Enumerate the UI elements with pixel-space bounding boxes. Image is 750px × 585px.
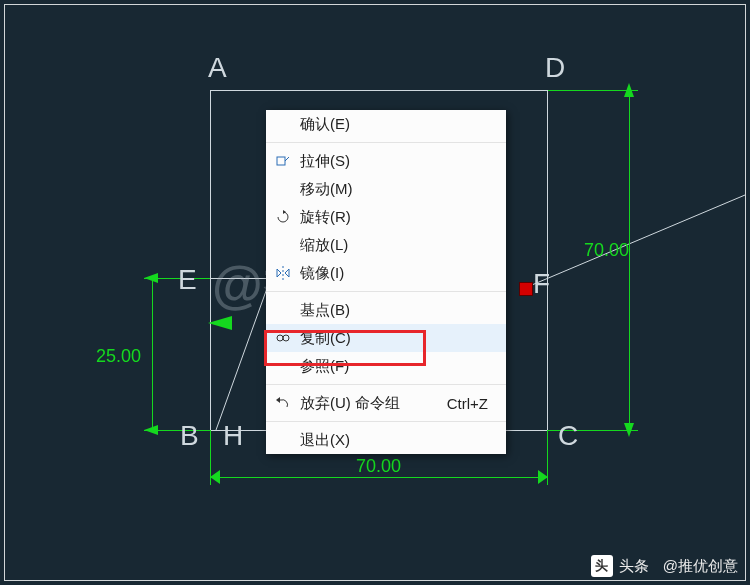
menu-item-4[interactable]: 缩放(L) xyxy=(266,231,506,259)
dim-line-bottom xyxy=(210,477,548,478)
menu-item-3[interactable]: 旋转(R) xyxy=(266,203,506,231)
menu-shortcut: Ctrl+Z xyxy=(447,395,488,412)
menu-item-label: 缩放(L) xyxy=(300,236,488,255)
menu-item-label: 拉伸(S) xyxy=(300,152,488,171)
rotate-icon xyxy=(266,209,300,225)
svg-point-11 xyxy=(283,335,289,341)
footer: 头 头条 @推优创意 xyxy=(591,555,738,577)
menu-item-label: 旋转(R) xyxy=(300,208,488,227)
toutiao-icon: 头 xyxy=(591,555,613,577)
menu-item-6[interactable]: 基点(B) xyxy=(266,296,506,324)
dim-70v: 70.00 xyxy=(584,240,629,261)
svg-marker-7 xyxy=(283,210,286,214)
menu-item-7[interactable]: 复制(C) xyxy=(266,324,506,352)
svg-marker-8 xyxy=(277,269,281,277)
label-C: C xyxy=(558,420,578,452)
label-H: H xyxy=(223,420,243,452)
menu-separator xyxy=(266,384,506,385)
menu-item-label: 移动(M) xyxy=(300,180,488,199)
label-D: D xyxy=(545,52,565,84)
menu-item-label: 确认(E) xyxy=(300,115,488,134)
svg-point-10 xyxy=(277,335,283,341)
dim-line-left xyxy=(152,278,153,430)
menu-item-5[interactable]: 镜像(I) xyxy=(266,259,506,287)
menu-item-label: 镜像(I) xyxy=(300,264,488,283)
footer-brand: 头条 xyxy=(619,557,649,576)
edge-AD xyxy=(210,90,548,91)
footer-account: @推优创意 xyxy=(663,557,738,576)
dim-ext1 xyxy=(144,278,210,279)
menu-item-label: 退出(X) xyxy=(300,431,488,450)
menu-item-1[interactable]: 拉伸(S) xyxy=(266,147,506,175)
menu-item-label: 基点(B) xyxy=(300,301,488,320)
svg-marker-9 xyxy=(285,269,289,277)
menu-item-9[interactable]: 放弃(U) 命令组Ctrl+Z xyxy=(266,389,506,417)
menu-item-8[interactable]: 参照(F) xyxy=(266,352,506,380)
grip-F[interactable] xyxy=(519,282,533,296)
menu-item-10[interactable]: 退出(X) xyxy=(266,426,506,454)
svg-marker-12 xyxy=(276,397,280,403)
menu-separator xyxy=(266,291,506,292)
label-E: E xyxy=(178,264,197,296)
label-A: A xyxy=(208,52,227,84)
menu-item-label: 复制(C) xyxy=(300,329,488,348)
undo-icon xyxy=(266,395,300,411)
label-F: F xyxy=(533,268,550,300)
edge-AB xyxy=(210,90,211,430)
menu-separator xyxy=(266,421,506,422)
menu-item-2[interactable]: 移动(M) xyxy=(266,175,506,203)
edge-DC xyxy=(547,90,548,430)
cad-canvas[interactable]: 25.00 70.00 70.00 A D E F B H C @推优创意 确认… xyxy=(0,0,750,585)
copy-icon xyxy=(266,330,300,346)
menu-item-label: 放弃(U) 命令组 xyxy=(300,394,423,413)
dim-extr1 xyxy=(548,90,638,91)
label-B: B xyxy=(180,420,199,452)
context-menu[interactable]: 确认(E)拉伸(S)移动(M)旋转(R)缩放(L)镜像(I)基点(B)复制(C)… xyxy=(266,110,506,454)
menu-separator xyxy=(266,142,506,143)
svg-rect-6 xyxy=(277,157,285,165)
dim-70h: 70.00 xyxy=(356,456,401,477)
mirror-icon xyxy=(266,265,300,281)
dim-line-right xyxy=(629,90,630,430)
menu-item-label: 参照(F) xyxy=(300,357,488,376)
stretch-icon xyxy=(266,153,300,169)
menu-item-0[interactable]: 确认(E) xyxy=(266,110,506,138)
dim-25: 25.00 xyxy=(96,346,141,367)
dim-ext2 xyxy=(144,430,210,431)
